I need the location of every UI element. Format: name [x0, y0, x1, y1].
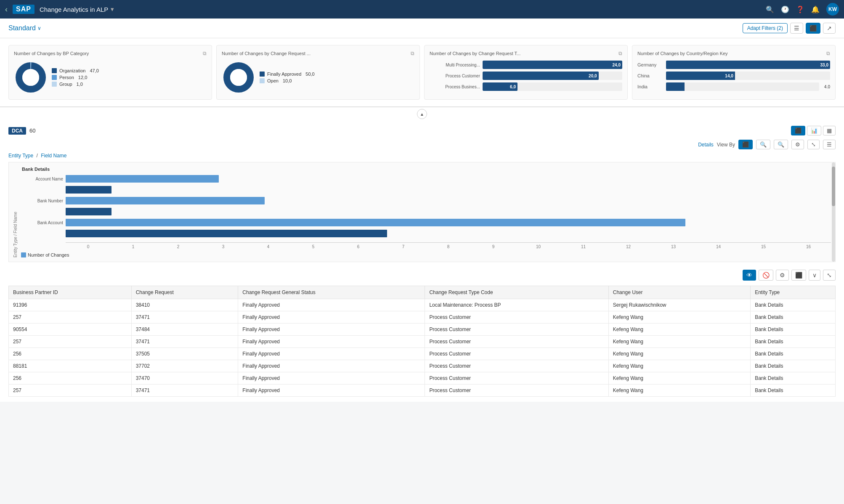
view-grid-button[interactable]: ▦ [823, 126, 836, 135]
y-axis-label: Entity Type / Field Name [13, 167, 18, 257]
table-row[interactable]: 8818137702Finally ApprovedProcess Custom… [9, 360, 836, 372]
table-row[interactable]: 9139638410Finally ApprovedLocal Maintena… [9, 299, 836, 311]
table-header: Business Partner ID Change Request Chang… [9, 286, 836, 299]
detail-view-bar-button[interactable]: ⬛ [738, 140, 753, 149]
table-body: 9139638410Finally ApprovedLocal Maintena… [9, 299, 836, 397]
detail-zoom-in-button[interactable]: 🔍 [756, 140, 770, 149]
table-row[interactable]: 25637470Finally ApprovedProcess Customer… [9, 372, 836, 385]
table-cell-r7-c4: Kefeng Wang [608, 385, 750, 397]
table-cell-r1-c2: Finally Approved [238, 311, 425, 324]
change-request-type-copy-icon[interactable]: ⧉ [618, 50, 622, 56]
change-request-type-chart: Number of Changes by Change Request T...… [424, 45, 628, 100]
back-button[interactable]: ‹ [5, 5, 8, 14]
table-cell-r1-c3: Process Customer [425, 311, 608, 324]
table-hide-button[interactable]: 🚫 [759, 270, 773, 281]
detail-expand-button[interactable]: ⤡ [807, 140, 820, 149]
th-change-request-status: Change Request General Status [238, 286, 425, 299]
export-button[interactable]: ↗ [823, 23, 836, 34]
table-row[interactable]: 25737471Finally ApprovedProcess Customer… [9, 385, 836, 397]
view-dropdown-icon[interactable]: ∨ [37, 25, 41, 31]
bar-fill-bank-account-dark [66, 230, 387, 237]
help-icon[interactable]: ❓ [796, 5, 804, 13]
data-table: Business Partner ID Change Request Chang… [8, 286, 836, 397]
chart-content: Bank Details Account Name Bank Numbe [21, 167, 831, 257]
chart-legend-dot [21, 252, 26, 257]
x-axis: 0 1 2 3 4 5 6 7 8 9 10 11 12 13 14 15 16 [66, 242, 831, 249]
country-row-china: China 14,0 [637, 72, 830, 80]
table-row[interactable]: 25637505Finally ApprovedProcess Customer… [9, 348, 836, 360]
table-cell-r0-c2: Finally Approved [238, 299, 425, 311]
bar-fill-account-name-light [66, 175, 219, 183]
legend-item-finally-approved: Finally Approved 50,0 [260, 72, 315, 77]
table-cell-r4-c4: Kefeng Wang [608, 348, 750, 360]
bar-row-process-customer: Process Customer 20,0 [430, 72, 622, 80]
search-icon[interactable]: 🔍 [766, 5, 774, 13]
chart-view-button[interactable]: ⬛ [806, 23, 820, 34]
bp-category-chart: Number of Changes by BP Category ⧉ Org [8, 45, 212, 100]
table-cell-r3-c1: 37471 [131, 336, 238, 348]
change-request-copy-icon[interactable]: ⧉ [411, 50, 414, 56]
dca-area: DCA 60 ⬛ 📊 ▦ [8, 126, 836, 135]
title-dropdown-icon[interactable]: ▾ [111, 5, 114, 13]
adapt-filters-button[interactable]: Adapt Filters (2) [743, 23, 788, 33]
main-bar-chart: Entity Type / Field Name Bank Details Ac… [8, 162, 836, 262]
country-copy-icon[interactable]: ⧉ [826, 50, 830, 56]
table-row[interactable]: 9055437484Finally ApprovedProcess Custom… [9, 324, 836, 336]
chart-scrollbar[interactable] [832, 162, 835, 262]
change-request-title: Number of Changes by Change Request ... … [222, 50, 414, 56]
table-cell-r1-c0: 257 [9, 311, 132, 324]
details-link[interactable]: Details [698, 142, 714, 148]
detail-menu-button[interactable]: ☰ [823, 140, 836, 149]
bar-fill-bank-account-light [66, 219, 685, 226]
table-cell-r4-c5: Bank Details [751, 348, 836, 360]
bp-category-title: Number of Changes by BP Category ⧉ [14, 50, 207, 56]
bp-category-copy-icon[interactable]: ⧉ [203, 50, 207, 56]
dca-badge: DCA [8, 127, 26, 135]
table-cell-r7-c1: 37471 [131, 385, 238, 397]
table-row[interactable]: 25737471Finally ApprovedProcess Customer… [9, 311, 836, 324]
bar-row-process-business: Process Busines... 6,0 [430, 82, 622, 91]
chart-scrollbar-thumb[interactable] [832, 167, 835, 206]
view-column-button[interactable]: 📊 [807, 126, 821, 135]
table-cell-r3-c0: 257 [9, 336, 132, 348]
th-change-user: Change User [608, 286, 750, 299]
country-bar-germany: 33,0 [666, 61, 830, 69]
country-title-text: Number of Changes by Country/Region Key [637, 51, 728, 56]
table-cell-r4-c1: 37505 [131, 348, 238, 360]
table-cell-r7-c3: Process Customer [425, 385, 608, 397]
breadcrumb-separator: / [37, 153, 40, 159]
view-title[interactable]: Standard ∨ [8, 24, 41, 32]
table-cell-r5-c5: Bank Details [751, 360, 836, 372]
breadcrumb-entity-type[interactable]: Entity Type [8, 153, 33, 159]
table-cell-r6-c1: 37470 [131, 372, 238, 385]
collapse-toggle-area: ▲ [0, 107, 844, 121]
detail-zoom-out-button[interactable]: 🔍 [774, 140, 788, 149]
notification-icon[interactable]: 🔔 [811, 5, 820, 13]
detail-settings-button[interactable]: ⚙ [791, 140, 804, 149]
clock-icon[interactable]: 🕐 [781, 5, 789, 13]
table-cell-r1-c4: Kefeng Wang [608, 311, 750, 324]
view-bar-button[interactable]: ⬛ [791, 126, 805, 135]
bp-category-donut-svg [14, 61, 48, 94]
table-settings-button[interactable]: ⚙ [776, 270, 789, 281]
table-row[interactable]: 25737471Finally ApprovedProcess Customer… [9, 336, 836, 348]
header-icons: 🔍 🕐 ❓ 🔔 KW [766, 3, 839, 16]
svg-point-3 [22, 69, 39, 86]
table-expand-button[interactable]: ⤡ [823, 270, 836, 281]
table-cell-r6-c0: 256 [9, 372, 132, 385]
table-view-active-button[interactable]: 👁 [743, 270, 756, 281]
country-bar-china: 14,0 [666, 72, 735, 80]
chart-legend: Number of Changes [21, 252, 831, 257]
change-request-legend: Finally Approved 50,0 Open 10,0 [260, 72, 315, 83]
table-layout-button[interactable]: ⬛ [791, 270, 806, 281]
bp-category-title-text: Number of Changes by BP Category [14, 51, 89, 56]
bar-account-name-dark [21, 185, 831, 194]
table-cell-r2-c5: Bank Details [751, 324, 836, 336]
list-view-button[interactable]: ☰ [790, 23, 803, 34]
collapse-button[interactable]: ▲ [417, 109, 427, 119]
table-dropdown-button[interactable]: ∨ [809, 270, 820, 281]
avatar[interactable]: KW [826, 3, 839, 16]
view-by-label: View By [717, 142, 735, 148]
table-toolbar: 👁 🚫 ⚙ ⬛ ∨ ⤡ [8, 267, 836, 283]
table-cell-r3-c5: Bank Details [751, 336, 836, 348]
